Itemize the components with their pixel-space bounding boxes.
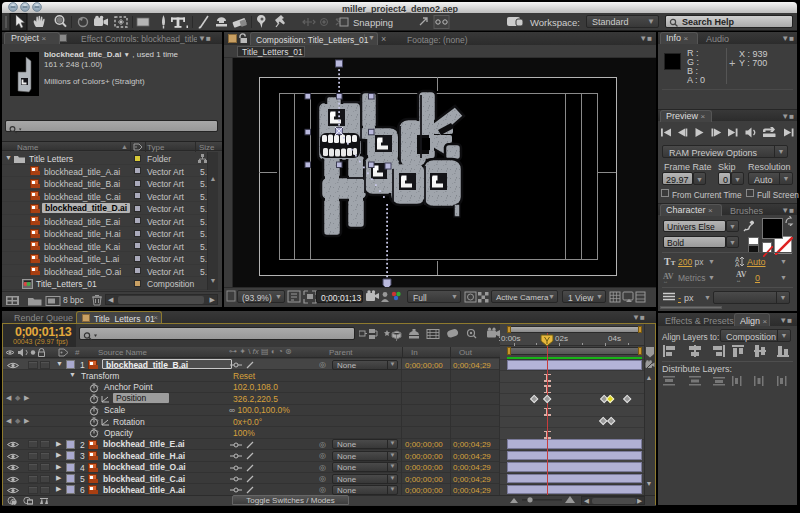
svg-text:A: A [735,261,740,267]
svg-text:Workspace:: Workspace: [530,17,580,28]
svg-text:Snapping: Snapping [353,17,393,28]
